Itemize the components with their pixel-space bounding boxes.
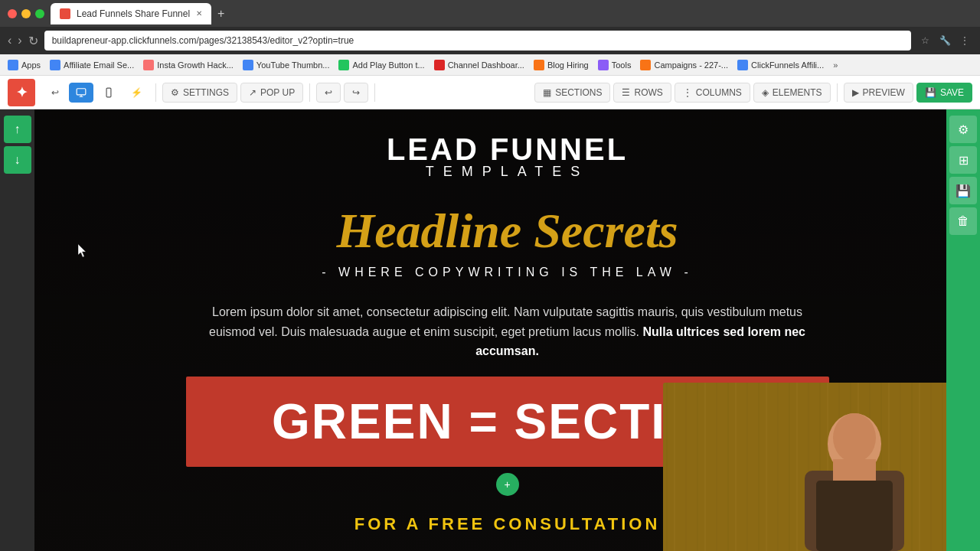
tab-favicon — [60, 8, 70, 19]
bookmark-campaigns[interactable]: Campaigns - 227-... — [640, 60, 728, 70]
rows-button[interactable]: ☰ ROWS — [613, 83, 671, 103]
tab-close-button[interactable]: ✕ — [196, 9, 202, 18]
bookmarks-bar: Apps Affiliate Email Se... Insta Growth … — [0, 54, 980, 76]
more-bookmarks[interactable]: » — [833, 60, 838, 70]
bookmark-insta[interactable]: Insta Growth Hack... — [143, 60, 234, 70]
editor-toolbar: ✦ ↩ ⚡ ⚙ SETTINGS ↗ POP UP ↩ ↪ ▦ SECTIONS… — [0, 76, 980, 109]
left-panel: ↑ ↓ — [0, 109, 34, 551]
campaigns-favicon — [640, 60, 651, 70]
address-input[interactable] — [44, 31, 911, 51]
video-thumbnail-svg — [663, 383, 946, 551]
extension-icon[interactable]: 🔧 — [937, 33, 952, 48]
svg-rect-14 — [816, 481, 893, 551]
minimize-window-button[interactable] — [21, 9, 31, 18]
clickfunnels-favicon — [737, 60, 748, 70]
mobile-icon — [103, 87, 114, 98]
lightning-button[interactable]: ⚡ — [124, 83, 149, 103]
back-button[interactable]: ‹ — [8, 34, 11, 47]
cta-circle-icon: + — [496, 473, 519, 496]
bookmark-channel[interactable]: Channel Dashboar... — [434, 60, 524, 70]
logo-area: LEAD FUNNEL TEMPLATES — [387, 132, 628, 180]
popup-icon: ↗ — [249, 87, 256, 98]
right-layers-button[interactable]: ⊞ — [949, 146, 977, 174]
close-window-button[interactable] — [8, 9, 17, 18]
apps-favicon — [8, 60, 18, 70]
bookmark-youtube[interactable]: YouTube Thumbn... — [243, 60, 330, 70]
svg-point-12 — [833, 413, 876, 462]
save-button[interactable]: 💾 SAVE — [916, 83, 972, 103]
svg-rect-1 — [106, 88, 111, 97]
sections-button[interactable]: ▦ SECTIONS — [534, 83, 610, 103]
browser-chrome: Lead Funnels Share Funnel ✕ + — [0, 0, 980, 27]
toolbar-divider-4 — [837, 83, 838, 102]
channel-favicon — [434, 60, 445, 70]
settings-button[interactable]: ⚙ SETTINGS — [162, 83, 237, 103]
affiliate-favicon — [50, 60, 60, 70]
svg-rect-13 — [833, 459, 876, 482]
right-delete-button[interactable]: 🗑 — [949, 207, 977, 235]
right-settings-button[interactable]: ⚙ — [949, 116, 977, 143]
editor-area: ↑ ↓ LEAD FUNNEL TEMPLATES Headline Secre… — [0, 109, 980, 551]
columns-button[interactable]: ⋮ COLUMNS — [675, 83, 750, 103]
address-bar-row: ‹ › ↻ ☆ 🔧 ⋮ — [0, 27, 980, 54]
redo-btn-2[interactable]: ↪ — [344, 83, 368, 103]
bookmark-clickfunnels[interactable]: ClickFunnels Affili... — [737, 60, 824, 70]
star-icon[interactable]: ☆ — [917, 33, 933, 48]
logo-title: LEAD FUNNEL — [387, 132, 628, 167]
settings-icon: ⚙ — [171, 87, 179, 98]
youtube-favicon — [243, 60, 253, 70]
new-tab-button[interactable]: + — [217, 7, 224, 21]
bookmark-blog[interactable]: Blog Hiring — [534, 60, 589, 70]
refresh-button[interactable]: ↻ — [28, 34, 38, 48]
forward-button[interactable]: › — [18, 34, 21, 47]
svg-rect-0 — [77, 88, 86, 94]
toolbar-divider-1 — [155, 83, 156, 102]
cta-text: FOR A FREE CONSULTATION — [354, 514, 661, 534]
page-canvas: LEAD FUNNEL TEMPLATES Headline Secrets -… — [34, 109, 980, 551]
maximize-window-button[interactable] — [35, 9, 44, 18]
preview-icon: ▶ — [852, 87, 859, 98]
browser-actions: ☆ 🔧 ⋮ — [917, 33, 972, 48]
insta-favicon — [143, 60, 154, 70]
browser-tab[interactable]: Lead Funnels Share Funnel ✕ — [51, 3, 211, 24]
right-save-button[interactable]: 💾 — [949, 177, 977, 204]
toolbar-divider-3 — [374, 83, 375, 102]
save-icon: 💾 — [925, 87, 936, 98]
editor-logo[interactable]: ✦ — [8, 79, 35, 106]
body-text: Lorem ipsum dolor sit amet, consectetur … — [194, 302, 822, 361]
main-headline: Headline Secrets — [336, 203, 678, 259]
rows-icon: ☰ — [622, 87, 630, 98]
popup-button[interactable]: ↗ POP UP — [240, 83, 303, 103]
move-up-button[interactable]: ↑ — [4, 116, 31, 143]
sections-icon: ▦ — [543, 87, 551, 98]
move-down-button[interactable]: ↓ — [4, 146, 31, 174]
addplay-favicon — [338, 60, 349, 70]
mobile-view-button[interactable] — [96, 83, 121, 103]
tools-favicon — [598, 60, 609, 70]
elements-icon: ◈ — [762, 87, 769, 98]
video-background — [663, 383, 946, 551]
elements-button[interactable]: ◈ ELEMENTS — [753, 83, 831, 103]
blog-favicon — [534, 60, 544, 70]
bookmark-addplay[interactable]: Add Play Button t... — [338, 60, 424, 70]
tab-title: Lead Funnels Share Funnel — [77, 8, 190, 19]
toolbar-divider-2 — [309, 83, 310, 102]
desktop-view-button[interactable] — [69, 83, 93, 103]
undo-btn-2[interactable]: ↩ — [316, 83, 341, 103]
menu-icon[interactable]: ⋮ — [957, 33, 972, 48]
bookmark-affiliate[interactable]: Affiliate Email Se... — [50, 60, 134, 70]
right-panel: ⚙ ⊞ 💾 🗑 — [946, 109, 980, 551]
bookmark-apps[interactable]: Apps — [8, 60, 41, 70]
video-overlay — [663, 383, 946, 551]
window-controls — [8, 9, 44, 18]
desktop-icon — [76, 87, 87, 98]
sub-headline: - WHERE COPYWRITING IS THE LAW - — [322, 266, 692, 279]
undo-button[interactable]: ↩ — [44, 83, 66, 103]
preview-button[interactable]: ▶ PREVIEW — [844, 83, 913, 103]
columns-icon: ⋮ — [683, 87, 692, 98]
bookmark-tools[interactable]: Tools — [598, 60, 632, 70]
